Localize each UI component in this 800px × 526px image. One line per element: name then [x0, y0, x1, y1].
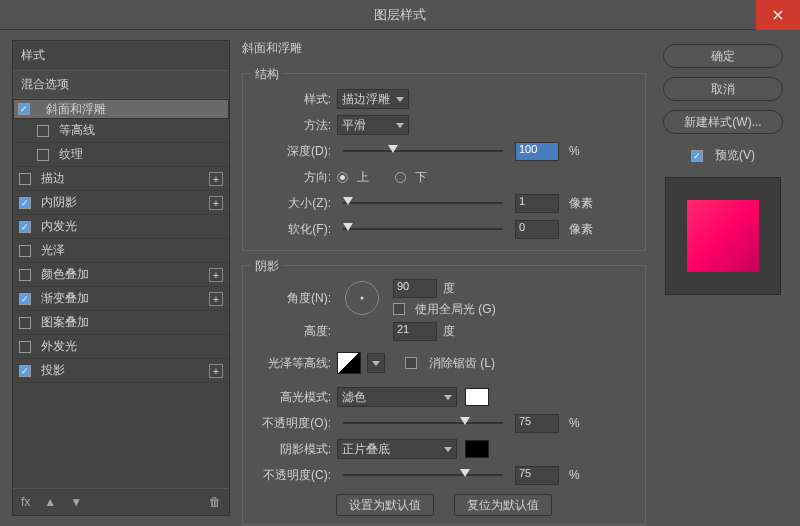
style-checkbox[interactable] [19, 317, 31, 329]
style-checkbox[interactable] [19, 173, 31, 185]
highlight-opacity-input[interactable]: 75 [515, 414, 559, 433]
soften-unit: 像素 [569, 221, 595, 238]
highlight-mode-select[interactable]: 滤色 [337, 387, 457, 407]
new-style-button[interactable]: 新建样式(W)... [663, 110, 783, 134]
plus-icon[interactable]: + [209, 364, 223, 378]
style-label: 内发光 [41, 218, 223, 235]
reset-default-button[interactable]: 复位为默认值 [454, 494, 552, 516]
preview-checkbox[interactable] [691, 150, 703, 162]
style-item-8[interactable]: 渐变叠加+ [13, 287, 229, 311]
close-icon [773, 10, 783, 20]
direction-down-radio[interactable] [395, 172, 406, 183]
style-label: 投影 [41, 362, 205, 379]
soften-slider[interactable] [343, 221, 503, 237]
highlight-opacity-slider[interactable] [343, 415, 503, 431]
style-checkbox[interactable] [19, 245, 31, 257]
style-checkbox[interactable] [19, 293, 31, 305]
size-slider[interactable] [343, 195, 503, 211]
style-checkbox[interactable] [19, 341, 31, 353]
depth-label: 深度(D): [253, 143, 331, 160]
contour-label: 光泽等高线: [253, 355, 331, 372]
style-item-0[interactable]: 斜面和浮雕 [13, 99, 229, 119]
highlight-color-swatch[interactable] [465, 388, 489, 406]
plus-icon[interactable]: + [209, 292, 223, 306]
structure-group: 结构 样式: 描边浮雕 方法: 平滑 深度(D): 100 % 方向: 上 下 [242, 73, 646, 251]
style-item-3[interactable]: 描边+ [13, 167, 229, 191]
shadow-opacity-input[interactable]: 75 [515, 466, 559, 485]
arrow-down-icon[interactable]: ▼ [70, 495, 82, 509]
style-item-11[interactable]: 投影+ [13, 359, 229, 383]
style-checkbox[interactable] [19, 221, 31, 233]
soften-input[interactable]: 0 [515, 220, 559, 239]
shadow-color-swatch[interactable] [465, 440, 489, 458]
style-item-4[interactable]: 内阴影+ [13, 191, 229, 215]
actions-panel: 确定 取消 新建样式(W)... 预览(V) [658, 40, 788, 516]
angle-input[interactable]: 90 [393, 279, 437, 298]
angle-dial[interactable] [345, 281, 379, 315]
direction-label: 方向: [253, 169, 331, 186]
depth-slider[interactable] [343, 143, 503, 159]
antialias-checkbox[interactable] [405, 357, 417, 369]
preview-box [665, 177, 781, 295]
style-label: 渐变叠加 [41, 290, 205, 307]
style-item-1[interactable]: 等高线 [13, 119, 229, 143]
arrow-up-icon[interactable]: ▲ [44, 495, 56, 509]
technique-select[interactable]: 平滑 [337, 115, 409, 135]
size-input[interactable]: 1 [515, 194, 559, 213]
style-checkbox[interactable] [19, 365, 31, 377]
preview-swatch [687, 200, 759, 272]
trash-icon[interactable]: 🗑 [209, 495, 221, 509]
style-checkbox[interactable] [18, 103, 30, 115]
shadow-opacity-slider[interactable] [343, 467, 503, 483]
style-item-5[interactable]: 内发光 [13, 215, 229, 239]
highlight-mode-label: 高光模式: [253, 389, 331, 406]
global-light-checkbox[interactable] [393, 303, 405, 315]
titlebar: 图层样式 [0, 0, 800, 30]
plus-icon[interactable]: + [209, 196, 223, 210]
plus-icon[interactable]: + [209, 172, 223, 186]
style-label: 样式: [253, 91, 331, 108]
make-default-button[interactable]: 设置为默认值 [336, 494, 434, 516]
styles-header: 样式 [13, 41, 229, 71]
style-checkbox[interactable] [19, 197, 31, 209]
ok-button[interactable]: 确定 [663, 44, 783, 68]
direction-up-radio[interactable] [337, 172, 348, 183]
chevron-down-icon [372, 361, 380, 366]
shadow-mode-select[interactable]: 正片叠底 [337, 439, 457, 459]
style-checkbox[interactable] [37, 149, 49, 161]
depth-input[interactable]: 100 [515, 142, 559, 161]
shadow-opacity-unit: % [569, 468, 595, 482]
contour-picker[interactable] [337, 352, 361, 374]
shadow-opacity-label: 不透明度(C): [253, 467, 331, 484]
global-light-label: 使用全局光 (G) [415, 301, 496, 318]
contour-select[interactable] [367, 353, 385, 373]
style-select[interactable]: 描边浮雕 [337, 89, 409, 109]
settings-panel: 斜面和浮雕 结构 样式: 描边浮雕 方法: 平滑 深度(D): 100 % 方向… [242, 40, 646, 516]
plus-icon[interactable]: + [209, 268, 223, 282]
size-unit: 像素 [569, 195, 595, 212]
styles-panel: 样式 混合选项 斜面和浮雕等高线纹理描边+内阴影+内发光光泽颜色叠加+渐变叠加+… [12, 40, 230, 516]
style-item-7[interactable]: 颜色叠加+ [13, 263, 229, 287]
angle-unit: 度 [443, 280, 455, 297]
style-item-10[interactable]: 外发光 [13, 335, 229, 359]
style-checkbox[interactable] [19, 269, 31, 281]
style-checkbox[interactable] [37, 125, 49, 137]
fx-icon[interactable]: fx [21, 495, 30, 509]
depth-unit: % [569, 144, 595, 158]
blend-options-header[interactable]: 混合选项 [13, 71, 229, 99]
close-button[interactable] [756, 0, 800, 30]
style-item-9[interactable]: 图案叠加 [13, 311, 229, 335]
highlight-opacity-label: 不透明度(O): [253, 415, 331, 432]
chevron-down-icon [444, 447, 452, 452]
style-label: 斜面和浮雕 [46, 101, 224, 118]
shadow-mode-label: 阴影模式: [253, 441, 331, 458]
altitude-label: 高度: [253, 323, 331, 340]
style-item-6[interactable]: 光泽 [13, 239, 229, 263]
shading-legend: 阴影 [251, 258, 283, 275]
preview-label: 预览(V) [715, 147, 755, 164]
altitude-input[interactable]: 21 [393, 322, 437, 341]
soften-label: 软化(F): [253, 221, 331, 238]
style-item-2[interactable]: 纹理 [13, 143, 229, 167]
cancel-button[interactable]: 取消 [663, 77, 783, 101]
shading-group: 阴影 角度(N): 90 度 使用全局光 (G) 高度: [242, 265, 646, 525]
